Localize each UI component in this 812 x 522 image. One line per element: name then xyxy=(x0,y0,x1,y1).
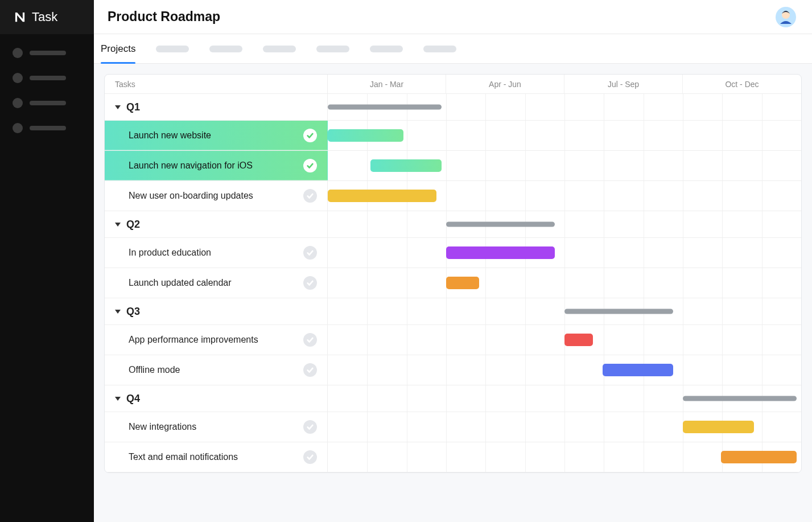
timeline-header-q3: Jul - Sep xyxy=(564,75,683,93)
group-row-q4-label-cell[interactable]: Q4 xyxy=(105,385,328,412)
group-row-q4: Q4 xyxy=(105,385,801,412)
task-label: Launch new navigation for iOS xyxy=(129,161,303,171)
task-row-onboarding-label-cell[interactable]: New user on-boarding updates xyxy=(105,181,328,211)
caret-down-icon[interactable] xyxy=(115,310,121,314)
task-bar-calendar[interactable] xyxy=(446,277,479,289)
task-bar-launch-nav-ios[interactable] xyxy=(370,159,442,172)
task-row-launch-website-label-cell[interactable]: Launch new website xyxy=(105,121,328,150)
check-todo-icon[interactable] xyxy=(303,276,317,290)
caret-down-icon[interactable] xyxy=(115,105,121,109)
caret-down-icon[interactable] xyxy=(115,397,121,401)
leftbar: Task xyxy=(0,0,94,522)
task-label: New integrations xyxy=(129,422,303,432)
task-row-launch-website: Launch new website xyxy=(105,121,801,151)
group-bar-q2[interactable] xyxy=(446,222,555,227)
task-label: Text and email notifications xyxy=(129,452,303,462)
task-bar-offline[interactable] xyxy=(603,364,674,376)
task-row-offline-timeline xyxy=(328,355,801,385)
tab-placeholder[interactable] xyxy=(423,34,456,63)
tab-placeholder[interactable] xyxy=(156,34,189,63)
header: Product Roadmap xyxy=(94,0,812,34)
task-label: Offline mode xyxy=(129,365,303,375)
tab-placeholder[interactable] xyxy=(316,34,349,63)
tab-placeholder[interactable] xyxy=(263,34,296,63)
task-bar-notifications[interactable] xyxy=(721,451,797,463)
task-label: Launch new website xyxy=(129,130,303,141)
group-row-q1-label-cell[interactable]: Q1 xyxy=(105,94,328,120)
caret-down-icon[interactable] xyxy=(115,223,121,227)
leftbar-item-placeholder[interactable] xyxy=(13,73,94,83)
task-bar-onboarding[interactable] xyxy=(328,190,436,202)
group-label: Q1 xyxy=(126,101,317,113)
timeline-header-q2: Apr - Jun xyxy=(446,75,564,93)
task-row-onboarding-timeline xyxy=(328,181,801,211)
check-todo-icon[interactable] xyxy=(303,333,317,347)
leftbar-item-placeholder[interactable] xyxy=(13,98,94,108)
timeline-gridlines xyxy=(328,355,801,385)
group-row-q2: Q2 xyxy=(105,211,801,238)
check-todo-icon[interactable] xyxy=(303,363,317,377)
check-todo-icon[interactable] xyxy=(303,420,317,434)
group-row-q1-timeline xyxy=(328,94,801,120)
task-row-notifications-label-cell[interactable]: Text and email notifications xyxy=(105,442,328,472)
check-todo-icon[interactable] xyxy=(303,246,317,260)
task-row-perf-timeline xyxy=(328,325,801,355)
tasks-header-label: Tasks xyxy=(115,80,135,89)
task-bar-integrations[interactable] xyxy=(683,421,754,433)
group-bar-q1[interactable] xyxy=(328,105,442,110)
group-row-q4-timeline xyxy=(328,385,801,412)
group-row-q3-timeline xyxy=(328,298,801,324)
timeline-header-q1: Jan - Mar xyxy=(328,75,446,93)
task-bar-edu[interactable] xyxy=(446,246,555,259)
tab-label: Projects xyxy=(101,43,135,55)
task-bar-perf[interactable] xyxy=(564,334,593,346)
task-row-calendar-label-cell[interactable]: Launch updated calendar xyxy=(105,268,328,298)
tabs: Projects xyxy=(94,34,812,64)
main: Product Roadmap Projects Tasks xyxy=(94,0,812,522)
timeline-header: Jan - MarApr - JunJul - SepOct - Dec xyxy=(328,75,801,93)
check-todo-icon[interactable] xyxy=(303,450,317,464)
task-row-notifications: Text and email notifications xyxy=(105,442,801,472)
group-label: Q4 xyxy=(126,393,317,405)
app-logo[interactable]: Task xyxy=(0,0,94,34)
task-row-perf-label-cell[interactable]: App performance improvements xyxy=(105,325,328,355)
board-body: Q1Launch new websiteLaunch new navigatio… xyxy=(105,94,801,472)
svg-point-1 xyxy=(782,11,790,19)
leftbar-item-placeholder[interactable] xyxy=(13,123,94,133)
group-row-q3-label-cell[interactable]: Q3 xyxy=(105,298,328,324)
avatar[interactable] xyxy=(776,7,796,27)
task-row-onboarding: New user on-boarding updates xyxy=(105,181,801,211)
task-row-edu-label-cell[interactable]: In product education xyxy=(105,238,328,268)
group-label: Q2 xyxy=(126,219,317,231)
group-bar-q4[interactable] xyxy=(683,396,797,401)
task-row-launch-website-timeline xyxy=(328,121,801,150)
tab-placeholder[interactable] xyxy=(209,34,242,63)
check-done-icon[interactable] xyxy=(303,129,317,142)
leftbar-item-placeholder[interactable] xyxy=(13,48,94,58)
check-todo-icon[interactable] xyxy=(303,189,317,203)
task-bar-launch-website[interactable] xyxy=(328,129,403,142)
group-row-q2-label-cell[interactable]: Q2 xyxy=(105,211,328,237)
task-row-notifications-timeline xyxy=(328,442,801,472)
task-row-offline-label-cell[interactable]: Offline mode xyxy=(105,355,328,385)
timeline-gridlines xyxy=(328,238,801,268)
task-label: New user on-boarding updates xyxy=(129,191,303,201)
timeline-gridlines xyxy=(328,211,801,237)
check-done-icon[interactable] xyxy=(303,159,317,172)
task-row-integrations-label-cell[interactable]: New integrations xyxy=(105,412,328,442)
tab-placeholder[interactable] xyxy=(370,34,403,63)
task-row-launch-nav-ios-label-cell[interactable]: Launch new navigation for iOS xyxy=(105,151,328,180)
task-row-launch-nav-ios-timeline xyxy=(328,151,801,180)
group-label: Q3 xyxy=(126,306,317,318)
task-label: In product education xyxy=(129,248,303,258)
task-row-offline: Offline mode xyxy=(105,355,801,385)
task-row-integrations-timeline xyxy=(328,412,801,442)
board-header: Tasks Jan - MarApr - JunJul - SepOct - D… xyxy=(105,75,801,94)
tasks-column-header: Tasks xyxy=(105,75,328,93)
task-label: App performance improvements xyxy=(129,335,303,345)
task-row-calendar-timeline xyxy=(328,268,801,298)
tab-projects[interactable]: Projects xyxy=(101,34,135,63)
group-bar-q3[interactable] xyxy=(564,309,673,314)
gantt-board: Tasks Jan - MarApr - JunJul - SepOct - D… xyxy=(104,74,802,473)
task-row-launch-nav-ios: Launch new navigation for iOS xyxy=(105,151,801,181)
